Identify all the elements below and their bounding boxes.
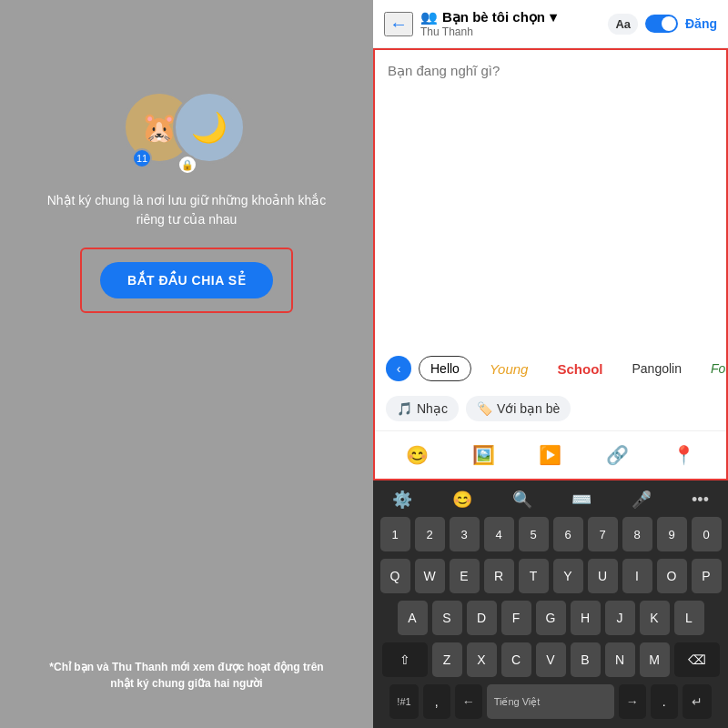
key-3[interactable]: 3 xyxy=(450,517,480,551)
key-y[interactable]: Y xyxy=(553,559,583,593)
asdf-row: A S D F G H J K L xyxy=(376,601,725,635)
key-4[interactable]: 4 xyxy=(484,517,514,551)
key-f[interactable]: F xyxy=(501,601,531,635)
backspace-key[interactable]: ⌫ xyxy=(674,642,720,677)
friends-icon: 🏷️ xyxy=(477,401,492,416)
qwerty-row: Q W E R T Y U I O P xyxy=(376,559,725,593)
music-icon: 🎵 xyxy=(397,401,412,416)
right-panel: ← 👥 Bạn bè tôi chọn ▾ Thu Thanh Aa Đăng … xyxy=(373,0,728,728)
language-key[interactable]: Tiếng Việt xyxy=(487,684,614,719)
post-input[interactable] xyxy=(375,50,726,347)
video-action-button[interactable]: ▶️ xyxy=(533,439,567,471)
link-action-button[interactable]: 🔗 xyxy=(601,439,634,471)
key-b[interactable]: B xyxy=(571,642,601,677)
post-area: ‹ Hello Young School Pangolin Founta 🎵 N… xyxy=(373,48,728,480)
keyboard-more-button[interactable]: ••• xyxy=(686,490,714,510)
key-k[interactable]: K xyxy=(640,601,670,635)
post-actions-bar: 😊 🖼️ ▶️ 🔗 📍 xyxy=(375,430,726,479)
key-w[interactable]: W xyxy=(415,559,445,593)
top-bar-title: 👥 Bạn bè tôi chọn ▾ xyxy=(420,9,601,25)
key-8[interactable]: 8 xyxy=(622,517,652,551)
keyboard-search-button[interactable]: 🔍 xyxy=(507,490,538,510)
key-l[interactable]: L xyxy=(674,601,704,635)
key-7[interactable]: 7 xyxy=(588,517,618,551)
key-p[interactable]: P xyxy=(692,559,722,593)
key-c[interactable]: C xyxy=(501,642,531,677)
period-key[interactable]: . xyxy=(651,684,678,719)
key-0[interactable]: 0 xyxy=(692,517,722,551)
keyboard-toolbar: ⚙️ 😊 🔍 ⌨️ 🎤 ••• xyxy=(376,486,725,517)
key-t[interactable]: T xyxy=(519,559,549,593)
keyboard-settings-button[interactable]: ⚙️ xyxy=(387,490,418,510)
key-r[interactable]: R xyxy=(484,559,514,593)
emoji-action-button[interactable]: 😊 xyxy=(400,439,434,471)
tag-chip-friends[interactable]: 🏷️ Với bạn bè xyxy=(466,396,571,421)
key-e[interactable]: E xyxy=(450,559,480,593)
music-label: Nhạc xyxy=(417,401,448,416)
key-o[interactable]: O xyxy=(657,559,687,593)
font-chip-school[interactable]: School xyxy=(546,357,613,381)
key-m[interactable]: M xyxy=(640,642,670,677)
key-j[interactable]: J xyxy=(605,601,635,635)
keyboard-emoji-button[interactable]: 😊 xyxy=(447,490,478,510)
key-1[interactable]: 1 xyxy=(380,517,410,551)
zxcv-row: ⇧ Z X C V B N M ⌫ xyxy=(376,642,725,677)
tag-chip-music[interactable]: 🎵 Nhạc xyxy=(386,396,459,421)
top-bar-info: 👥 Bạn bè tôi chọn ▾ Thu Thanh xyxy=(420,9,601,38)
chevron-left-icon[interactable]: ‹ xyxy=(386,356,411,381)
location-action-button[interactable]: 📍 xyxy=(667,439,701,471)
key-a[interactable]: A xyxy=(398,601,428,635)
avatar-2: 🌙 xyxy=(173,91,246,164)
post-button[interactable]: Đăng xyxy=(685,16,717,31)
left-description: Nhật ký chung là nơi lưu giữ những khoản… xyxy=(27,191,346,229)
left-panel: 🐹 🌙 11 🔒 Nhật ký chung là nơi lưu giữ nh… xyxy=(0,0,373,728)
font-chip-pangolin[interactable]: Pangolin xyxy=(621,357,693,380)
key-u[interactable]: U xyxy=(588,559,618,593)
key-n[interactable]: N xyxy=(605,642,635,677)
group-icon: 👥 xyxy=(420,9,438,25)
top-bar-actions: Aa Đăng xyxy=(608,14,717,35)
key-q[interactable]: Q xyxy=(380,559,410,593)
key-v[interactable]: V xyxy=(536,642,566,677)
key-9[interactable]: 9 xyxy=(657,517,687,551)
key-h[interactable]: H xyxy=(571,601,601,635)
right-arrow-key[interactable]: → xyxy=(619,684,646,719)
key-s[interactable]: S xyxy=(432,601,462,635)
avatars: 🐹 🌙 11 🔒 xyxy=(123,91,250,173)
keyboard-clipboard-button[interactable]: ⌨️ xyxy=(566,490,597,510)
key-d[interactable]: D xyxy=(467,601,497,635)
back-button[interactable]: ← xyxy=(384,12,413,36)
share-button[interactable]: BẮT ĐẦU CHIA SẺ xyxy=(100,262,273,298)
key-5[interactable]: 5 xyxy=(519,517,549,551)
key-i[interactable]: I xyxy=(622,559,652,593)
key-x[interactable]: X xyxy=(467,642,497,677)
font-chip-hello[interactable]: Hello xyxy=(419,356,471,381)
keyboard-mic-button[interactable]: 🎤 xyxy=(626,490,657,510)
font-chip-young[interactable]: Young xyxy=(479,357,540,381)
friends-label: Với bạn bè xyxy=(497,401,560,416)
key-g[interactable]: G xyxy=(536,601,566,635)
tag-chips: 🎵 Nhạc 🏷️ Với bạn bè xyxy=(375,390,726,430)
number-switch-key[interactable]: !#1 xyxy=(389,684,418,719)
photo-action-button[interactable]: 🖼️ xyxy=(467,439,500,471)
chevron-down-icon: ▾ xyxy=(550,9,557,25)
keyboard: ⚙️ 😊 🔍 ⌨️ 🎤 ••• 1 2 3 4 5 6 7 8 9 0 Q W … xyxy=(373,480,728,728)
avatar-badge: 11 xyxy=(132,148,152,168)
left-arrow-key[interactable]: ← xyxy=(455,684,482,719)
comma-key[interactable]: , xyxy=(423,684,450,719)
aa-button[interactable]: Aa xyxy=(608,14,638,35)
top-bar-subtitle: Thu Thanh xyxy=(420,25,601,38)
title-text: Bạn bè tôi chọn xyxy=(442,9,545,25)
return-key[interactable]: ↵ xyxy=(682,684,712,719)
bottom-key-row: !#1 , ← Tiếng Việt → . ↵ xyxy=(376,684,725,719)
footer-name: Thu Thanh xyxy=(112,661,167,673)
footer-text: *Chỉ bạn và xyxy=(49,661,112,673)
key-2[interactable]: 2 xyxy=(415,517,445,551)
key-6[interactable]: 6 xyxy=(553,517,583,551)
shift-key[interactable]: ⇧ xyxy=(382,642,428,677)
share-button-container: BẮT ĐẦU CHIA SẺ xyxy=(80,248,293,313)
font-chip-founta[interactable]: Founta xyxy=(700,357,726,380)
left-footer: *Chỉ bạn và Thu Thanh mới xem được hoạt … xyxy=(27,659,346,692)
toggle-button[interactable] xyxy=(645,15,678,33)
key-z[interactable]: Z xyxy=(432,642,462,677)
